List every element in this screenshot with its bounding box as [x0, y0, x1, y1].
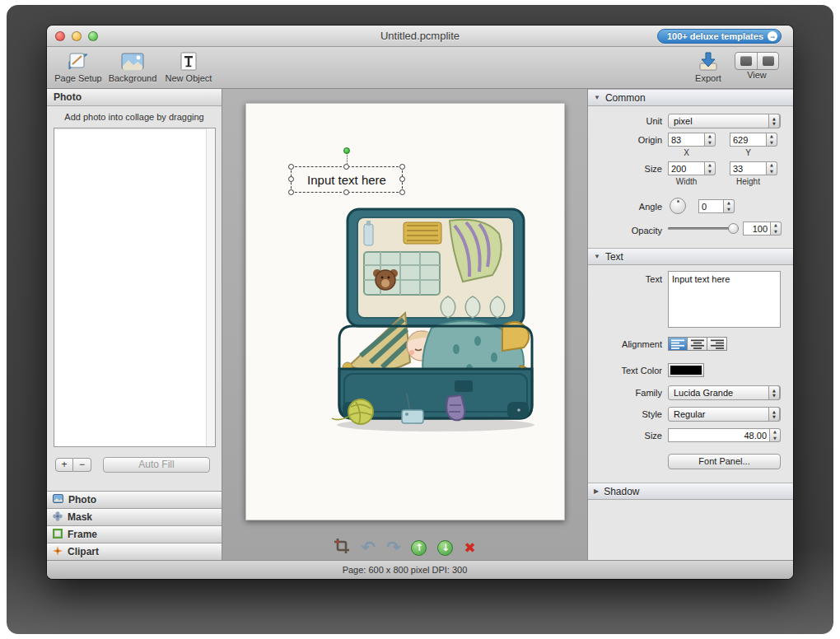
text-object-icon: [162, 49, 215, 73]
section-header-shadow[interactable]: ▶ Shadow: [588, 483, 793, 500]
export-icon: [682, 49, 735, 73]
slider-knob[interactable]: [728, 223, 739, 234]
send-backward-button[interactable]: ↓: [437, 540, 453, 556]
redo-button[interactable]: ↷: [386, 539, 401, 557]
titlebar: Untitled.pcmplite 100+ deluxe templates …: [47, 26, 793, 47]
disclosure-open-icon: ▼: [594, 253, 600, 260]
resize-handle-se[interactable]: [399, 189, 405, 195]
font-size-field[interactable]: 48.00: [668, 428, 770, 442]
photo-list[interactable]: [54, 128, 216, 447]
text-color-label: Text Color: [588, 366, 662, 375]
size-height-field[interactable]: 33: [730, 161, 767, 175]
text-label: Text: [588, 274, 662, 284]
popup-arrows-icon: ▲▼: [768, 114, 780, 128]
sidebar-item-label: Photo: [68, 494, 96, 506]
align-left-button[interactable]: [668, 337, 688, 351]
add-photo-button[interactable]: +: [55, 458, 73, 472]
angle-field[interactable]: 0: [698, 199, 724, 213]
sidebar-item-photo[interactable]: Photo: [47, 491, 222, 508]
deluxe-templates-label: 100+ deluxe templates: [667, 31, 763, 41]
photo-panel-header: Photo: [47, 89, 222, 106]
align-left-icon: [670, 339, 685, 349]
popup-arrows-icon: ▲▼: [768, 385, 780, 400]
opacity-field[interactable]: 100: [743, 222, 771, 236]
suitcase-illustration[interactable]: [324, 204, 547, 435]
unit-value: pixel: [674, 116, 693, 126]
desktop-background: Untitled.pcmplite 100+ deluxe templates …: [7, 5, 833, 634]
view-segment-right[interactable]: [757, 53, 778, 69]
export-label: Export: [682, 73, 735, 83]
section-header-text[interactable]: ▼ Text: [588, 248, 793, 265]
size-width-caption: Width: [668, 177, 705, 186]
clipart-library-icon: [53, 546, 63, 558]
section-header-common[interactable]: ▼ Common: [588, 89, 793, 106]
font-size-label: Size: [588, 431, 662, 441]
unit-popup[interactable]: pixel ▲▼: [668, 114, 781, 128]
resize-handle-e[interactable]: [399, 176, 405, 182]
unit-label: Unit: [588, 116, 662, 126]
angle-stepper[interactable]: ▲▼: [724, 199, 735, 213]
size-width-field[interactable]: 200: [668, 161, 705, 175]
color-swatch: [670, 366, 702, 375]
resize-handle-s[interactable]: [343, 189, 349, 195]
angle-label: Angle: [588, 202, 662, 212]
text-input[interactable]: Input text here: [668, 271, 781, 328]
text-object-content: Input text here: [307, 173, 386, 187]
sidebar-item-clipart[interactable]: Clipart: [47, 543, 222, 560]
auto-fill-button[interactable]: Auto Fill: [103, 457, 210, 473]
font-family-popup[interactable]: Lucida Grande ▲▼: [668, 385, 781, 400]
section-title: Common: [605, 92, 646, 104]
page-info-text: Page: 600 x 800 pixel DPI: 300: [222, 561, 587, 580]
export-button[interactable]: Export: [682, 49, 735, 83]
scrollbar[interactable]: [206, 128, 215, 446]
origin-x-stepper[interactable]: ▲▼: [705, 133, 716, 147]
background-button[interactable]: Background: [106, 49, 159, 83]
resize-handle-w[interactable]: [288, 176, 294, 182]
opacity-slider[interactable]: [668, 223, 739, 234]
opacity-stepper[interactable]: ▲▼: [771, 222, 782, 236]
align-center-button[interactable]: [688, 337, 707, 351]
photo-library-icon: [53, 494, 63, 506]
sidebar-item-frame[interactable]: Frame: [47, 525, 222, 543]
font-panel-button[interactable]: Font Panel...: [668, 454, 781, 469]
resize-handle-n[interactable]: [343, 164, 349, 170]
origin-y-stepper[interactable]: ▲▼: [767, 133, 777, 147]
sidebar-item-mask[interactable]: Mask: [47, 508, 222, 525]
view-label: View: [730, 70, 783, 80]
deluxe-templates-button[interactable]: 100+ deluxe templates →: [657, 29, 782, 44]
canvas-area: Input text here: [222, 89, 587, 560]
angle-dial[interactable]: [670, 198, 686, 214]
rotate-handle[interactable]: [343, 147, 350, 154]
undo-button[interactable]: ↶: [361, 539, 376, 557]
collage-page[interactable]: Input text here: [245, 103, 565, 520]
font-style-popup[interactable]: Regular ▲▼: [668, 407, 781, 422]
app-window: Untitled.pcmplite 100+ deluxe templates …: [47, 26, 793, 579]
delete-object-button[interactable]: ✖: [464, 539, 475, 556]
align-right-button[interactable]: [707, 337, 727, 351]
text-color-well[interactable]: [668, 363, 704, 377]
popup-arrows-icon: ▲▼: [768, 407, 780, 422]
resize-handle-ne[interactable]: [399, 164, 405, 170]
main-toolbar: Page Setup Background: [47, 47, 793, 89]
origin-y-caption: Y: [730, 148, 767, 157]
resize-handle-nw[interactable]: [288, 164, 294, 170]
origin-y-field[interactable]: 629: [730, 133, 767, 147]
page-setup-icon: [52, 49, 105, 73]
add-remove-group: + −: [55, 458, 91, 472]
origin-x-field[interactable]: 83: [668, 133, 705, 147]
bring-forward-button[interactable]: ↑: [411, 540, 427, 556]
resize-handle-sw[interactable]: [288, 189, 294, 195]
view-segment-left[interactable]: [735, 53, 757, 69]
size-width-stepper[interactable]: ▲▼: [705, 161, 716, 175]
font-size-stepper[interactable]: ▲▼: [770, 428, 781, 442]
new-object-button[interactable]: New Object: [162, 49, 215, 83]
mask-library-icon: [53, 511, 63, 524]
background-label: Background: [106, 73, 159, 83]
size-height-stepper[interactable]: ▲▼: [767, 161, 777, 175]
remove-photo-button[interactable]: −: [73, 458, 91, 472]
origin-label: Origin: [588, 135, 662, 145]
selected-text-object[interactable]: Input text here: [291, 166, 403, 193]
page-setup-button[interactable]: Page Setup: [52, 49, 105, 83]
style-label: Style: [588, 409, 662, 419]
crop-button[interactable]: [334, 538, 350, 557]
